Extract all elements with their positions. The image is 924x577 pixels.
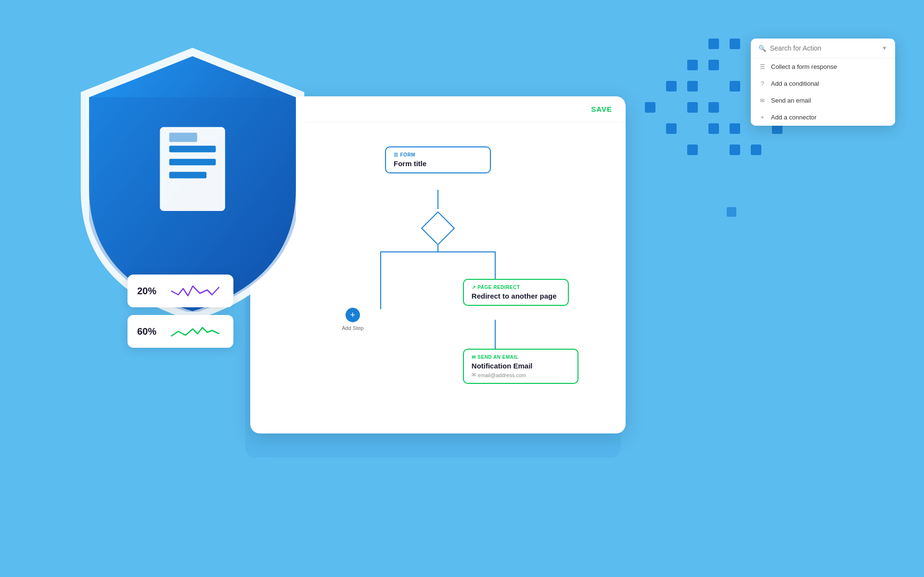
dropdown-item-3[interactable]: + Add a connector bbox=[751, 109, 895, 126]
search-dropdown[interactable]: 🔍 ▼ ☰ Collect a form response? Add a con… bbox=[751, 39, 895, 126]
dropdown-items: ☰ Collect a form response? Add a conditi… bbox=[751, 58, 895, 126]
dropdown-item-label-1: Add a conditional bbox=[771, 80, 819, 87]
stat-value-2: 60% bbox=[137, 326, 159, 337]
email-detail-icon: ✉ bbox=[472, 372, 476, 378]
redirect-icon: ↗ bbox=[472, 285, 476, 290]
dropdown-item-icon-1: ? bbox=[758, 80, 766, 87]
redirect-node-label: ↗ PAGE REDIRECT bbox=[472, 285, 560, 290]
redirect-node-title: Redirect to another page bbox=[472, 292, 560, 300]
redirect-node[interactable]: ↗ PAGE REDIRECT Redirect to another page bbox=[463, 279, 569, 306]
dropdown-item-icon-2: ✉ bbox=[758, 97, 766, 104]
email-node-label: ✉ SEND AN EMAIL bbox=[472, 354, 570, 360]
svg-rect-5 bbox=[169, 132, 197, 142]
connector-right-branch bbox=[495, 251, 496, 280]
form-node[interactable]: ☰ FORM Form title bbox=[385, 146, 491, 173]
email-node-detail: ✉ email@address.com bbox=[472, 372, 570, 378]
sparkline-1 bbox=[167, 281, 224, 301]
email-icon: ✉ bbox=[472, 354, 476, 360]
decision-diamond bbox=[421, 211, 455, 246]
dropdown-item-0[interactable]: ☰ Collect a form response bbox=[751, 58, 895, 75]
stat-value-1: 20% bbox=[137, 286, 159, 297]
email-node-title: Notification Email bbox=[472, 362, 570, 370]
form-icon: ☰ bbox=[394, 152, 398, 157]
svg-rect-4 bbox=[169, 172, 206, 179]
dropdown-item-1[interactable]: ? Add a conditional bbox=[751, 75, 895, 92]
svg-rect-2 bbox=[169, 146, 216, 153]
stat-card-1: 20% bbox=[128, 275, 233, 307]
dropdown-item-icon-3: + bbox=[758, 114, 766, 121]
stat-card-2: 60% bbox=[128, 315, 233, 348]
sparkline-2 bbox=[167, 322, 224, 341]
form-node-title: Form title bbox=[394, 159, 482, 168]
search-icon: 🔍 bbox=[758, 45, 766, 52]
save-button[interactable]: SAVE bbox=[591, 105, 612, 113]
connector-redirect-email bbox=[495, 320, 496, 349]
stats-cards: 20% 60% bbox=[128, 275, 233, 348]
connector-h bbox=[380, 251, 496, 252]
dropdown-item-icon-0: ☰ bbox=[758, 64, 766, 70]
form-node-label: ☰ FORM bbox=[394, 152, 482, 157]
svg-rect-3 bbox=[169, 159, 216, 166]
dropdown-item-2[interactable]: ✉ Send an email bbox=[751, 92, 895, 109]
search-input[interactable] bbox=[770, 44, 878, 52]
add-step-label: Add Step bbox=[342, 325, 363, 331]
search-input-row: 🔍 ▼ bbox=[751, 39, 895, 58]
connector-v1 bbox=[437, 190, 438, 209]
dropdown-item-label-0: Collect a form response bbox=[771, 63, 837, 70]
dropdown-item-label-2: Send an email bbox=[771, 97, 811, 104]
chevron-down-icon: ▼ bbox=[882, 45, 887, 52]
deco-square-1 bbox=[727, 207, 736, 217]
add-step-button[interactable]: + Add Step bbox=[342, 308, 363, 331]
connector-left-branch bbox=[380, 251, 381, 309]
email-node[interactable]: ✉ SEND AN EMAIL Notification Email ✉ ema… bbox=[463, 349, 578, 384]
dropdown-item-label-3: Add a connector bbox=[771, 114, 817, 121]
add-circle-icon: + bbox=[346, 308, 360, 322]
